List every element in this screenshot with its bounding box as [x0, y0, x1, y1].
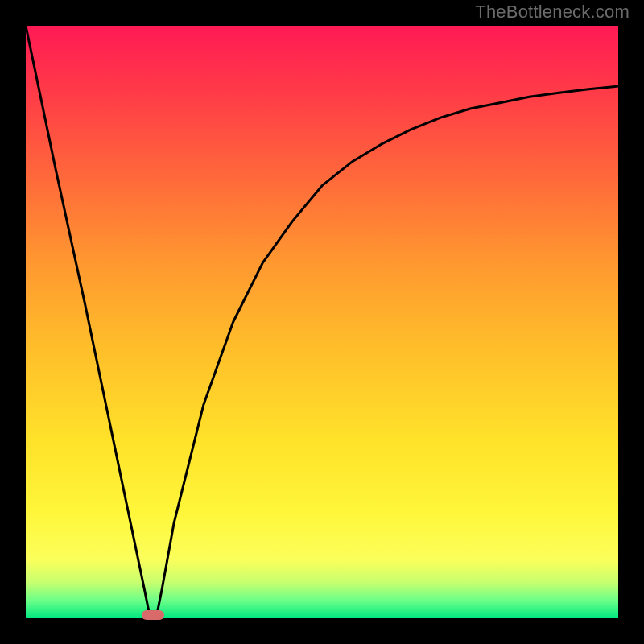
watermark-text: TheBottleneck.com [475, 2, 630, 23]
bottleneck-curve [26, 26, 618, 618]
plot-area [26, 26, 618, 618]
chart-frame: TheBottleneck.com [0, 0, 644, 644]
minimum-marker [142, 610, 164, 620]
